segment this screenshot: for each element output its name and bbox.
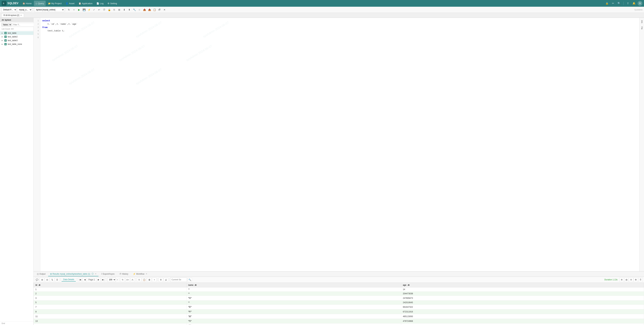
sort-btn[interactable]: ⇅: [50, 277, 54, 282]
user-avatar[interactable]: S: [638, 1, 642, 6]
close-tab-btn[interactable]: ✕: [162, 8, 167, 12]
search-results-btn[interactable]: 🔍: [188, 277, 192, 282]
folder-up-btn[interactable]: 📤: [142, 8, 147, 12]
import-btn[interactable]: ⬇: [122, 8, 126, 12]
logo-icon: S: [2, 1, 6, 6]
first-page-btn[interactable]: |◀: [78, 278, 82, 282]
lock-icon[interactable]: 🔒: [604, 1, 609, 6]
table-row[interactable]: 7*桀*661647322: [34, 305, 644, 309]
reload-results-btn[interactable]: ↻: [120, 277, 125, 282]
folder-download-btn[interactable]: 📥: [147, 8, 152, 12]
instance-select[interactable]: mysql_o...: [17, 8, 32, 12]
expand-arrow: ▶: [2, 36, 3, 38]
table-row[interactable]: 2**204473038: [34, 291, 644, 296]
nav-setting[interactable]: ⚙ Setting: [106, 1, 118, 6]
last-page-btn[interactable]: ▶|: [101, 278, 105, 282]
prev-page-btn[interactable]: ◀: [83, 278, 87, 282]
editor-tab-active[interactable]: R-W-M-lqztest-[2] ✕: [1, 13, 24, 17]
nav-asset[interactable]: 👤 Asset: [64, 1, 76, 6]
results-sub-toolbar: 💬 ⊞ ⊟ ⇅ ☰ Data Details |◀ ◀ Page 1 ▶ ▶|: [34, 277, 644, 283]
tables-select[interactable]: Tables: [1, 23, 12, 27]
table-view-btn[interactable]: ⊞: [620, 277, 624, 282]
col-header-name[interactable]: name ↓⊕: [186, 283, 401, 287]
undo-btn[interactable]: ↩: [97, 8, 102, 12]
table-row[interactable]: 9*梓*672311916: [34, 309, 644, 314]
check-btn[interactable]: ✓: [92, 8, 96, 12]
nav-myproject[interactable]: 📁 My Project: [46, 1, 63, 6]
export-btn[interactable]: ⬆: [127, 8, 132, 12]
add-btn[interactable]: +: [72, 8, 76, 12]
table-item-test_table[interactable]: ▶ ⊞ test_table: [0, 31, 33, 35]
next-page-btn[interactable]: ▶: [96, 278, 100, 282]
table-item-test_table3[interactable]: ▶ ⊞ test_table3: [0, 39, 33, 42]
tab-close-btn[interactable]: ✕: [20, 14, 22, 17]
right-tab-file[interactable]: File: [640, 25, 644, 31]
grid-btn[interactable]: ⊞: [40, 277, 44, 282]
add-row-btn[interactable]: +: [152, 277, 156, 282]
bottom-tab-export[interactable]: ⤴ Export/Async: [99, 272, 117, 276]
comment-btn[interactable]: 💬: [35, 277, 39, 282]
table-row[interactable]: 11*越*485115093: [34, 314, 644, 319]
copy-row-btn[interactable]: ⎘: [137, 277, 142, 282]
delete-row-btn[interactable]: 🗑: [147, 277, 152, 282]
nav-log[interactable]: 📄 Log: [95, 1, 105, 6]
table-item-test_table_none[interactable]: ▶ ⊞ test_table_none: [0, 42, 33, 46]
print-btn[interactable]: 🖨: [164, 277, 168, 282]
filter-btn[interactable]: ⊟: [45, 277, 49, 282]
page-size-select[interactable]: 100: [107, 277, 116, 282]
lightning-btn[interactable]: ⚡: [87, 8, 92, 12]
tab-select[interactable]: lqztest [mysql_online]: [34, 8, 64, 12]
table-row[interactable]: 15*嘉*860747753: [34, 323, 644, 325]
table-row[interactable]: 3*锦*247809473: [34, 296, 644, 300]
code-content[interactable]: select t.`id`,t.`name`,t.`age` from test…: [40, 18, 639, 271]
editor-tab-bar: R-W-M-lqztest-[2] ✕: [0, 13, 644, 18]
table-row[interactable]: 13*伟*479724968: [34, 319, 644, 323]
app-logo[interactable]: S SQLDEV: [2, 1, 18, 6]
tools-btn[interactable]: 🔧: [132, 8, 137, 12]
list-view-btn[interactable]: ☰: [638, 277, 643, 282]
search-icon[interactable]: 🔍: [617, 1, 621, 6]
bottom-tab-output[interactable]: ◫ Output: [35, 272, 48, 276]
workflow-tab-close[interactable]: ✕: [146, 273, 147, 275]
col-header-age[interactable]: age ↓⊕: [401, 283, 644, 287]
table-item-test_table2[interactable]: ▶ ⊞ test_table2: [0, 35, 33, 39]
right-tab-info[interactable]: Info: [640, 19, 644, 25]
sidebar: 🗃 lqztest Tables ↻ List Count: 4/4 ▶ ⊞ t…: [0, 18, 34, 325]
columns-btn[interactable]: ☰: [55, 277, 59, 282]
card-view-btn[interactable]: ⊠: [634, 277, 638, 282]
lock-btn[interactable]: 🔒: [107, 8, 112, 12]
col-header-id[interactable]: id ↓⊕: [34, 283, 186, 287]
star-btn[interactable]: ☆: [137, 8, 142, 12]
format-btn[interactable]: ⊞: [117, 8, 122, 12]
nav-application[interactable]: 📋 Application: [77, 1, 94, 6]
sub-tab-data[interactable]: Data Details: [62, 278, 76, 281]
current-search-input[interactable]: [170, 277, 187, 282]
translate-icon[interactable]: T: [626, 1, 630, 6]
history-btn[interactable]: ⏱: [102, 8, 106, 12]
code-editor[interactable]: sysAdmin 2024-06-07 sysAdmin 2024-06-07 …: [34, 18, 639, 271]
bottom-tab-results[interactable]: ⊞ Results mysql_online/lqztest/test_tabl…: [48, 272, 98, 276]
results-tab-close[interactable]: ✕: [95, 273, 96, 275]
bottom-tab-workflow[interactable]: ⚡ Workflow ✕: [131, 272, 149, 276]
save-btn[interactable]: 💾: [82, 8, 86, 12]
nav-query[interactable]: ◇ Query: [34, 1, 46, 6]
bell-icon[interactable]: 🔔: [632, 1, 636, 6]
bottom-tab-history[interactable]: ⏱ History: [118, 272, 130, 276]
refresh-btn[interactable]: ↻: [66, 8, 71, 12]
snippet-btn[interactable]: 📋: [152, 8, 157, 12]
split-view-btn[interactable]: ⊟: [629, 277, 633, 282]
compact-view-btn[interactable]: ▤: [624, 277, 628, 282]
table-row[interactable]: 1**14: [34, 287, 644, 291]
window-btn[interactable]: 🗗: [157, 8, 162, 12]
duration-badge: Duration 1.13s: [604, 278, 618, 281]
project-select[interactable]: Default P...: [1, 8, 17, 12]
font-increase-btn[interactable]: A+: [126, 277, 130, 282]
font-decrease-btn[interactable]: A-: [130, 277, 135, 282]
copy-btn[interactable]: ⎘: [112, 8, 116, 12]
paste-btn[interactable]: 📋: [142, 277, 146, 282]
scissors-icon[interactable]: ✂: [611, 1, 615, 6]
run-btn[interactable]: ▶: [77, 8, 81, 12]
export-data-btn[interactable]: ⬇: [159, 277, 163, 282]
table-row[interactable]: 5**242010645: [34, 300, 644, 305]
nav-home[interactable]: 🏠 Home: [21, 1, 33, 6]
